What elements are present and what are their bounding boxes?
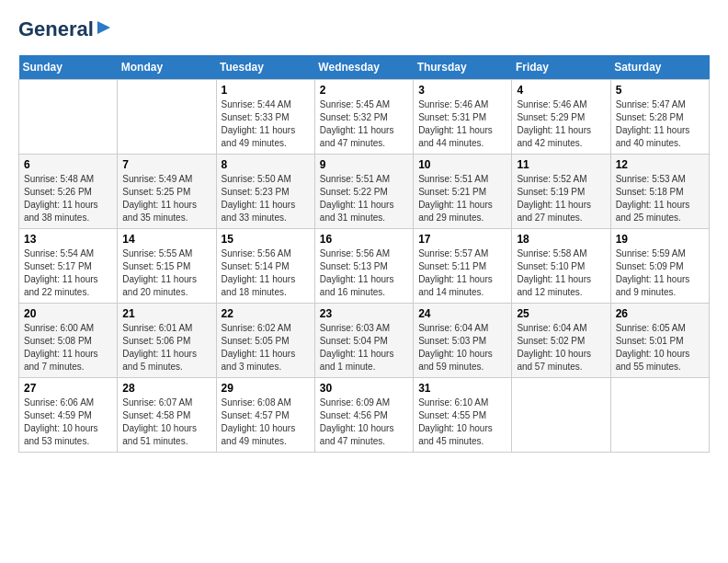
week-row-2: 6Sunrise: 5:48 AMSunset: 5:26 PMDaylight…: [19, 155, 710, 229]
day-info: Sunrise: 6:01 AMSunset: 5:06 PMDaylight:…: [122, 322, 210, 373]
day-number: 2: [320, 84, 408, 97]
day-info: Sunrise: 5:45 AMSunset: 5:32 PMDaylight:…: [320, 98, 408, 150]
day-number: 23: [320, 307, 408, 320]
day-info: Sunrise: 5:57 AMSunset: 5:11 PMDaylight:…: [418, 247, 506, 299]
calendar-cell: 14Sunrise: 5:55 AMSunset: 5:15 PMDayligh…: [118, 229, 216, 304]
day-info: Sunrise: 5:48 AMSunset: 5:26 PMDaylight:…: [24, 173, 112, 224]
calendar-cell: 26Sunrise: 6:05 AMSunset: 5:01 PMDayligh…: [610, 304, 709, 378]
day-info: Sunrise: 6:03 AMSunset: 5:04 PMDaylight:…: [320, 322, 408, 373]
day-number: 20: [24, 307, 112, 320]
calendar-cell: 29Sunrise: 6:08 AMSunset: 4:57 PMDayligh…: [216, 378, 314, 453]
day-info: Sunrise: 5:44 AMSunset: 5:33 PMDaylight:…: [222, 98, 310, 150]
day-number: 18: [517, 233, 605, 246]
weekday-header-wednesday: Wednesday: [314, 55, 413, 80]
calendar-cell: [19, 80, 118, 155]
calendar-cell: 5Sunrise: 5:47 AMSunset: 5:28 PMDaylight…: [610, 80, 709, 155]
day-info: Sunrise: 5:59 AMSunset: 5:09 PMDaylight:…: [616, 247, 704, 299]
day-info: Sunrise: 6:06 AMSunset: 4:59 PMDaylight:…: [24, 396, 112, 448]
calendar-cell: 28Sunrise: 6:07 AMSunset: 4:58 PMDayligh…: [118, 378, 216, 453]
calendar-cell: 24Sunrise: 6:04 AMSunset: 5:03 PMDayligh…: [414, 304, 512, 378]
weekday-header-row: SundayMondayTuesdayWednesdayThursdayFrid…: [19, 55, 710, 80]
day-number: 3: [418, 84, 506, 97]
day-info: Sunrise: 5:53 AMSunset: 5:18 PMDaylight:…: [616, 173, 704, 224]
calendar-cell: 7Sunrise: 5:49 AMSunset: 5:25 PMDaylight…: [118, 155, 216, 229]
day-info: Sunrise: 5:54 AMSunset: 5:17 PMDaylight:…: [24, 247, 112, 299]
day-number: 7: [122, 158, 210, 171]
day-number: 28: [122, 382, 210, 395]
day-info: Sunrise: 5:49 AMSunset: 5:25 PMDaylight:…: [122, 173, 210, 224]
page-header: General: [18, 18, 710, 40]
day-number: 6: [24, 158, 112, 171]
calendar-cell: 6Sunrise: 5:48 AMSunset: 5:26 PMDaylight…: [19, 155, 118, 229]
day-info: Sunrise: 5:50 AMSunset: 5:23 PMDaylight:…: [222, 173, 310, 224]
day-number: 9: [320, 158, 408, 171]
calendar-cell: [512, 378, 610, 453]
calendar-cell: 16Sunrise: 5:56 AMSunset: 5:13 PMDayligh…: [314, 229, 413, 304]
calendar-cell: 11Sunrise: 5:52 AMSunset: 5:19 PMDayligh…: [512, 155, 610, 229]
calendar-cell: 2Sunrise: 5:45 AMSunset: 5:32 PMDaylight…: [314, 80, 413, 155]
weekday-header-monday: Monday: [118, 55, 216, 80]
svg-marker-0: [97, 21, 110, 34]
calendar-cell: 18Sunrise: 5:58 AMSunset: 5:10 PMDayligh…: [512, 229, 610, 304]
calendar-cell: 20Sunrise: 6:00 AMSunset: 5:08 PMDayligh…: [19, 304, 118, 378]
day-info: Sunrise: 6:05 AMSunset: 5:01 PMDaylight:…: [616, 322, 704, 373]
day-number: 30: [320, 382, 408, 395]
day-info: Sunrise: 6:07 AMSunset: 4:58 PMDaylight:…: [122, 396, 210, 448]
day-number: 10: [418, 158, 506, 171]
calendar-cell: 22Sunrise: 6:02 AMSunset: 5:05 PMDayligh…: [216, 304, 314, 378]
calendar-table: SundayMondayTuesdayWednesdayThursdayFrid…: [18, 55, 710, 453]
day-number: 24: [418, 307, 506, 320]
day-number: 27: [24, 382, 112, 395]
day-info: Sunrise: 5:55 AMSunset: 5:15 PMDaylight:…: [122, 247, 210, 299]
day-info: Sunrise: 5:56 AMSunset: 5:13 PMDaylight:…: [320, 247, 408, 299]
week-row-1: 1Sunrise: 5:44 AMSunset: 5:33 PMDaylight…: [19, 80, 710, 155]
day-number: 14: [122, 233, 210, 246]
calendar-cell: 15Sunrise: 5:56 AMSunset: 5:14 PMDayligh…: [216, 229, 314, 304]
calendar-cell: 17Sunrise: 5:57 AMSunset: 5:11 PMDayligh…: [414, 229, 512, 304]
day-info: Sunrise: 6:04 AMSunset: 5:02 PMDaylight:…: [517, 322, 605, 373]
day-info: Sunrise: 5:51 AMSunset: 5:22 PMDaylight:…: [320, 173, 408, 224]
weekday-header-saturday: Saturday: [610, 55, 709, 80]
day-number: 19: [616, 233, 704, 246]
day-number: 4: [517, 84, 605, 97]
day-number: 11: [517, 158, 605, 171]
day-info: Sunrise: 6:04 AMSunset: 5:03 PMDaylight:…: [418, 322, 506, 373]
calendar-cell: 31Sunrise: 6:10 AMSunset: 4:55 PMDayligh…: [414, 378, 512, 453]
calendar-cell: 27Sunrise: 6:06 AMSunset: 4:59 PMDayligh…: [19, 378, 118, 453]
calendar-cell: 25Sunrise: 6:04 AMSunset: 5:02 PMDayligh…: [512, 304, 610, 378]
calendar-cell: 10Sunrise: 5:51 AMSunset: 5:21 PMDayligh…: [414, 155, 512, 229]
day-info: Sunrise: 5:58 AMSunset: 5:10 PMDaylight:…: [517, 247, 605, 299]
calendar-cell: 13Sunrise: 5:54 AMSunset: 5:17 PMDayligh…: [19, 229, 118, 304]
day-number: 15: [222, 233, 310, 246]
day-number: 22: [222, 307, 310, 320]
calendar-cell: 4Sunrise: 5:46 AMSunset: 5:29 PMDaylight…: [512, 80, 610, 155]
day-number: 29: [222, 382, 310, 395]
week-row-5: 27Sunrise: 6:06 AMSunset: 4:59 PMDayligh…: [19, 378, 710, 453]
logo-general: General: [18, 18, 94, 40]
week-row-4: 20Sunrise: 6:00 AMSunset: 5:08 PMDayligh…: [19, 304, 710, 378]
calendar-cell: [610, 378, 709, 453]
day-number: 8: [222, 158, 310, 171]
day-info: Sunrise: 5:52 AMSunset: 5:19 PMDaylight:…: [517, 173, 605, 224]
calendar-cell: 1Sunrise: 5:44 AMSunset: 5:33 PMDaylight…: [216, 80, 314, 155]
weekday-header-thursday: Thursday: [414, 55, 512, 80]
day-number: 5: [616, 84, 704, 97]
calendar-cell: 21Sunrise: 6:01 AMSunset: 5:06 PMDayligh…: [118, 304, 216, 378]
day-info: Sunrise: 5:46 AMSunset: 5:31 PMDaylight:…: [418, 98, 506, 150]
day-number: 1: [222, 84, 310, 97]
weekday-header-sunday: Sunday: [19, 55, 118, 80]
day-number: 21: [122, 307, 210, 320]
logo: General: [18, 18, 114, 40]
calendar-cell: 12Sunrise: 5:53 AMSunset: 5:18 PMDayligh…: [610, 155, 709, 229]
day-info: Sunrise: 5:47 AMSunset: 5:28 PMDaylight:…: [616, 98, 704, 150]
week-row-3: 13Sunrise: 5:54 AMSunset: 5:17 PMDayligh…: [19, 229, 710, 304]
calendar-cell: 23Sunrise: 6:03 AMSunset: 5:04 PMDayligh…: [314, 304, 413, 378]
day-info: Sunrise: 6:10 AMSunset: 4:55 PMDaylight:…: [418, 396, 506, 448]
logo-icon: [97, 19, 114, 36]
day-info: Sunrise: 6:09 AMSunset: 4:56 PMDaylight:…: [320, 396, 408, 448]
day-number: 25: [517, 307, 605, 320]
calendar-cell: 30Sunrise: 6:09 AMSunset: 4:56 PMDayligh…: [314, 378, 413, 453]
calendar-cell: 19Sunrise: 5:59 AMSunset: 5:09 PMDayligh…: [610, 229, 709, 304]
day-number: 16: [320, 233, 408, 246]
day-number: 31: [418, 382, 506, 395]
